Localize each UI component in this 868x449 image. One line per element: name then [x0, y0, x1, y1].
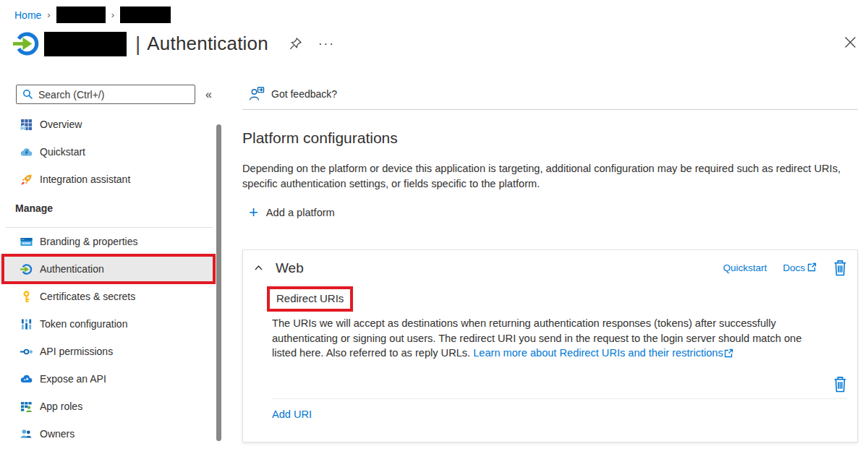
sidebar-item-api-permissions[interactable]: API permissions — [0, 338, 218, 365]
add-uri-link[interactable]: Add URI — [272, 409, 312, 420]
redirect-uris-description: The URIs we will accept as destinations … — [272, 316, 809, 362]
breadcrumb-home-link[interactable]: Home — [14, 9, 41, 21]
web-platform-panel: Web Quickstart Docs — [242, 249, 858, 442]
title-separator: | — [135, 33, 140, 56]
sidebar-item-label: Authentication — [40, 263, 104, 275]
grid-cube-icon — [20, 119, 33, 131]
grid-person-icon — [20, 401, 33, 413]
redacted-breadcrumb-item[interactable] — [120, 7, 171, 23]
sidebar-item-label: App roles — [40, 401, 82, 412]
sidebar-item-integration-assistant[interactable]: Integration assistant — [0, 166, 218, 193]
cloud-api-icon — [20, 373, 33, 385]
platform-configurations-description: Depending on the platform or device this… — [242, 161, 841, 192]
breadcrumb-separator: › — [47, 9, 50, 20]
sidebar-item-token-configuration[interactable]: Token configuration — [0, 310, 218, 338]
sidebar-item-label: Expose an API — [40, 373, 106, 385]
breadcrumb: Home › › — [14, 7, 171, 23]
sidebar-item-label: Overview — [40, 119, 82, 130]
sidebar-item-branding-properties[interactable]: www Branding & properties — [0, 228, 218, 255]
docs-link-label: Docs — [783, 262, 805, 273]
uri-row-divider — [272, 398, 848, 399]
toolbar-divider — [242, 109, 858, 110]
collapse-sidebar-icon[interactable]: « — [205, 88, 212, 101]
sidebar-scrollbar[interactable] — [216, 124, 221, 441]
cloud-bolt-icon — [20, 146, 33, 158]
sidebar-item-owners[interactable]: Owners — [0, 420, 218, 448]
redacted-breadcrumb-item[interactable] — [56, 7, 106, 23]
browser-www-icon: www — [20, 236, 33, 248]
platform-configurations-heading: Platform configurations — [242, 129, 398, 147]
more-options-icon[interactable]: ··· — [318, 37, 335, 51]
sidebar-section-manage: Manage — [0, 193, 218, 228]
page-title-bar: | Authentication ··· — [13, 30, 335, 57]
sidebar-search-row: « — [16, 85, 212, 104]
feedback-person-icon — [249, 86, 265, 101]
delete-uri-trash-icon[interactable] — [833, 376, 848, 393]
external-link-icon — [807, 262, 817, 274]
sidebar-item-overview[interactable]: Overview — [0, 111, 218, 138]
got-feedback-button[interactable]: Got feedback? — [249, 86, 337, 101]
sidebar-item-certificates-secrets[interactable]: Certificates & secrets — [0, 283, 218, 310]
got-feedback-label: Got feedback? — [271, 88, 337, 100]
bars-icon — [20, 318, 33, 330]
sidebar-item-authentication[interactable]: Authentication — [0, 255, 218, 283]
rocket-icon — [20, 174, 33, 186]
web-panel-title: Web — [276, 260, 304, 276]
delete-platform-trash-icon[interactable] — [833, 260, 848, 276]
page-title: Authentication — [147, 33, 268, 55]
docs-link[interactable]: Docs — [783, 262, 817, 274]
sidebar-item-label: Quickstart — [40, 146, 85, 158]
sidebar-item-label: Owners — [40, 428, 75, 440]
search-icon — [22, 89, 33, 100]
add-a-platform-button[interactable]: + Add a platform — [249, 206, 335, 219]
pin-icon[interactable] — [289, 37, 302, 51]
sidebar-item-label: Token configuration — [40, 318, 127, 330]
api-node-icon — [20, 346, 33, 358]
add-a-platform-label: Add a platform — [266, 207, 335, 218]
auth-arrow-icon — [20, 263, 33, 275]
sidebar-nav: Overview Quickstart Integration assistan… — [0, 111, 218, 448]
redirect-uris-label: Redirect URIs — [267, 286, 353, 312]
learn-more-link[interactable]: Learn more about Redirect URIs and their… — [473, 347, 723, 359]
sidebar-item-quickstart[interactable]: Quickstart — [0, 138, 218, 166]
sidebar-item-label: Branding & properties — [40, 236, 137, 247]
breadcrumb-separator: › — [111, 9, 114, 20]
search-input[interactable] — [38, 89, 189, 101]
quickstart-link[interactable]: Quickstart — [723, 262, 767, 273]
web-panel-header: Web Quickstart Docs — [254, 260, 848, 276]
sidebar-item-expose-an-api[interactable]: Expose an API — [0, 365, 218, 393]
sidebar-item-app-roles[interactable]: App roles — [0, 393, 218, 420]
sidebar-item-label: Certificates & secrets — [40, 291, 135, 302]
chevron-up-icon[interactable] — [254, 263, 263, 273]
key-icon — [20, 291, 33, 303]
redacted-app-name — [44, 32, 127, 56]
close-icon[interactable] — [844, 36, 856, 48]
sidebar-item-label: API permissions — [40, 346, 113, 357]
app-registration-logo-icon — [13, 30, 40, 57]
plus-icon: + — [249, 206, 258, 219]
external-link-icon — [724, 347, 733, 362]
people-icon — [20, 428, 33, 440]
svg-text:www: www — [22, 241, 31, 245]
sidebar-item-label: Integration assistant — [40, 174, 130, 185]
search-input-container — [16, 85, 195, 104]
